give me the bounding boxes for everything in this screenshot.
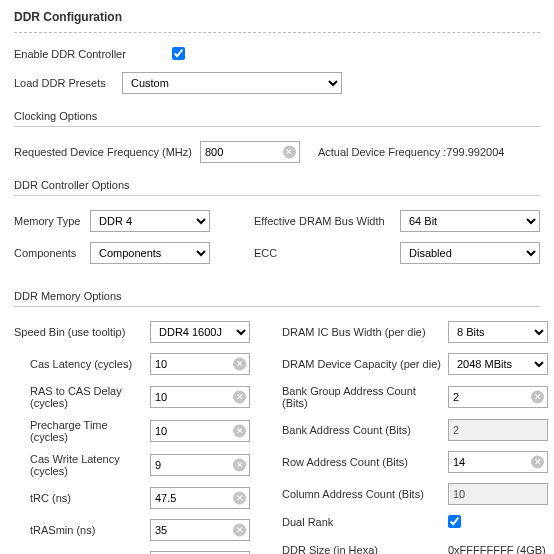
clear-icon[interactable]: ✕ [233, 391, 246, 404]
clear-icon[interactable]: ✕ [233, 492, 246, 505]
clear-icon[interactable]: ✕ [283, 146, 296, 159]
components-select[interactable]: Components [90, 242, 210, 264]
speed-bin-select[interactable]: DDR4 1600J [150, 321, 250, 343]
clear-icon[interactable]: ✕ [531, 456, 544, 469]
dual-rank-checkbox[interactable] [448, 515, 461, 528]
trc-label: tRC (ns) [30, 492, 144, 504]
trasmin-label: tRASmin (ns) [30, 524, 144, 536]
ecc-select[interactable]: Disabled [400, 242, 540, 264]
clear-icon[interactable]: ✕ [233, 358, 246, 371]
ecc-label: ECC [254, 247, 394, 259]
section-memory-title: DDR Memory Options [14, 290, 540, 302]
clear-icon[interactable]: ✕ [233, 459, 246, 472]
col-addr-input [448, 483, 548, 505]
dram-capacity-label: DRAM Device Capacity (per die) [282, 358, 442, 370]
dram-capacity-select[interactable]: 2048 MBits [448, 353, 548, 375]
enable-ddr-checkbox[interactable] [172, 47, 185, 60]
section-memory-rule [14, 306, 540, 307]
ic-bus-width-label: DRAM IC Bus Width (per die) [282, 326, 442, 338]
load-presets-select[interactable]: Custom [122, 72, 342, 94]
speed-bin-label: Speed Bin (use tooltip) [14, 326, 144, 338]
enable-ddr-label: Enable DDR Controller [14, 48, 164, 60]
memory-type-label: Memory Type [14, 215, 84, 227]
row-addr-label: Row Address Count (Bits) [282, 456, 442, 468]
divider-dashed [14, 32, 540, 33]
bank-addr-input [448, 419, 548, 441]
components-label: Components [14, 247, 84, 259]
section-clocking-rule [14, 126, 540, 127]
section-controller-rule [14, 195, 540, 196]
clear-icon[interactable]: ✕ [531, 391, 544, 404]
section-clocking-title: Clocking Options [14, 110, 540, 122]
bank-addr-label: Bank Address Count (Bits) [282, 424, 442, 436]
ras-cas-label: RAS to CAS Delay (cycles) [30, 385, 144, 409]
section-controller-title: DDR Controller Options [14, 179, 540, 191]
clear-icon[interactable]: ✕ [233, 524, 246, 537]
cas-write-label: Cas Write Latency (cycles) [30, 453, 144, 477]
req-freq-label: Requested Device Frequency (MHz) [14, 146, 192, 158]
clear-icon[interactable]: ✕ [233, 425, 246, 438]
bus-width-label: Effective DRAM Bus Width [254, 215, 394, 227]
ic-bus-width-select[interactable]: 8 Bits [448, 321, 548, 343]
precharge-label: Precharge Time (cycles) [30, 419, 144, 443]
ddr-size-value: 0xFFFFFFFF (4GB) [448, 544, 546, 554]
memory-type-select[interactable]: DDR 4 [90, 210, 210, 232]
bank-group-label: Bank Group Address Count (Bits) [282, 385, 442, 409]
panel-title: DDR Configuration [14, 10, 540, 32]
dual-rank-label: Dual Rank [282, 516, 442, 528]
actual-freq-label: Actual Device Frequency :799.992004 [318, 146, 505, 158]
ddr-size-label: DDR Size (in Hexa) [282, 544, 442, 554]
cas-latency-label: Cas Latency (cycles) [30, 358, 144, 370]
col-addr-label: Column Address Count (Bits) [282, 488, 442, 500]
bus-width-select[interactable]: 64 Bit [400, 210, 540, 232]
load-presets-label: Load DDR Presets [14, 77, 114, 89]
